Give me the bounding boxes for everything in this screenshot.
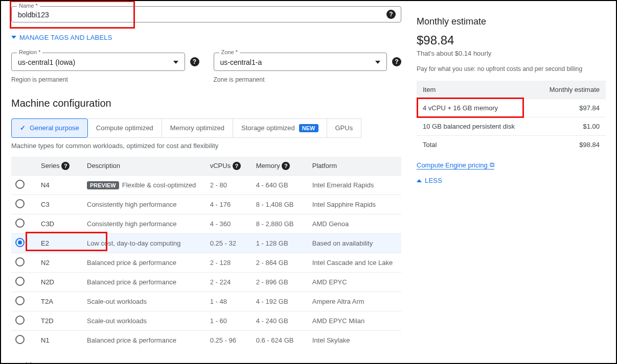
help-icon[interactable]: ? bbox=[233, 162, 241, 170]
region-helper: Region is permanent bbox=[11, 76, 199, 83]
series-desc: Balanced price & performance bbox=[83, 253, 206, 272]
col-description: Description bbox=[83, 157, 206, 176]
series-vcpus: 1 - 60 bbox=[206, 311, 252, 330]
series-memory: 4 - 640 GB bbox=[252, 175, 308, 195]
cost-price: $97.84 bbox=[535, 99, 606, 117]
series-memory: 8 - 2,880 GB bbox=[252, 214, 308, 233]
series-platform: Intel Cascade and Ice Lake bbox=[308, 253, 401, 272]
series-name: T2D bbox=[37, 311, 83, 330]
radio-n2[interactable] bbox=[15, 257, 25, 266]
series-desc: Consistently high performance bbox=[83, 195, 206, 214]
series-vcpus: 4 - 176 bbox=[206, 195, 252, 214]
caret-down-icon bbox=[173, 61, 178, 64]
pricing-link[interactable]: Compute Engine pricing ⧉ bbox=[417, 161, 494, 169]
series-vcpus: 4 - 360 bbox=[206, 214, 252, 233]
series-platform: Intel Emerald Rapids bbox=[308, 175, 401, 195]
cost-table: Item Monthly estimate 4 vCPU + 16 GB mem… bbox=[417, 81, 606, 154]
name-field-container: Name * ? bbox=[11, 6, 401, 22]
series-name: N2 bbox=[37, 253, 83, 272]
series-platform: AMD EPYC bbox=[308, 272, 401, 292]
col-memory: Memory bbox=[256, 162, 280, 169]
tab-label: General purpose bbox=[30, 124, 79, 132]
series-vcpus: 2 - 224 bbox=[206, 272, 252, 292]
region-select[interactable]: Region * us-central1 (Iowa) bbox=[11, 53, 185, 71]
radio-c3d[interactable] bbox=[15, 219, 25, 228]
series-vcpus: 1 - 48 bbox=[206, 292, 252, 311]
series-platform: Intel Skylake bbox=[308, 330, 401, 350]
less-toggle[interactable]: LESS bbox=[417, 177, 442, 184]
radio-n4[interactable] bbox=[15, 180, 25, 189]
manage-tags-toggle[interactable]: MANAGE TAGS AND LABELS bbox=[11, 34, 112, 41]
zone-select[interactable]: Zone * us-central1-a bbox=[214, 53, 387, 71]
radio-t2d[interactable] bbox=[15, 316, 25, 325]
cost-item: 4 vCPU + 16 GB memory bbox=[417, 99, 535, 117]
series-desc: Scale-out workloads bbox=[83, 292, 206, 311]
cost-item: 10 GB balanced persistent disk bbox=[417, 117, 535, 136]
check-icon: ✓ bbox=[20, 124, 26, 132]
name-input[interactable] bbox=[18, 11, 395, 19]
help-icon[interactable]: ? bbox=[386, 10, 396, 19]
tab-memory-optimized[interactable]: Memory optimized bbox=[162, 118, 233, 138]
estimate-subtitle: That's about $0.14 hourly bbox=[417, 50, 606, 57]
series-vcpus: 0.25 - 96 bbox=[206, 330, 252, 350]
machine-family-tabs: ✓ General purpose Compute optimized Memo… bbox=[11, 118, 401, 138]
series-platform: Ampere Altra Arm bbox=[308, 292, 401, 311]
series-platform: AMD Genoa bbox=[308, 214, 401, 233]
series-name: N2D bbox=[37, 272, 83, 292]
series-name: C3 bbox=[37, 195, 83, 214]
radio-e2[interactable] bbox=[15, 238, 25, 247]
tab-description: Machine types for common workloads, opti… bbox=[11, 142, 401, 150]
series-row-t2a[interactable]: T2AScale-out workloads1 - 484 - 192 GBAm… bbox=[11, 292, 401, 311]
series-desc: Balanced price & performance bbox=[83, 330, 206, 350]
region-label: Region * bbox=[17, 49, 42, 55]
zone-helper: Zone is permanent bbox=[214, 76, 402, 83]
chevron-down-icon bbox=[11, 36, 16, 39]
series-vcpus: 2 - 128 bbox=[206, 253, 252, 272]
series-row-n4[interactable]: N4PREVIEWFlexible & cost-optimized2 - 80… bbox=[11, 175, 401, 195]
tab-gpus[interactable]: GPUs bbox=[327, 118, 362, 138]
series-desc: Scale-out workloads bbox=[83, 311, 206, 330]
help-icon[interactable]: ? bbox=[282, 162, 290, 170]
tab-compute-optimized[interactable]: Compute optimized bbox=[88, 118, 162, 138]
series-row-c3d[interactable]: C3DConsistently high performance4 - 3608… bbox=[11, 214, 401, 233]
help-icon[interactable]: ? bbox=[61, 162, 70, 170]
radio-t2a[interactable] bbox=[15, 296, 25, 305]
series-row-c3[interactable]: C3Consistently high performance4 - 1768 … bbox=[11, 195, 401, 214]
cost-item: Total bbox=[417, 136, 535, 154]
series-row-n1[interactable]: N1Balanced price & performance0.25 - 960… bbox=[11, 330, 401, 350]
external-link-icon: ⧉ bbox=[490, 161, 494, 169]
series-row-n2d[interactable]: N2DBalanced price & performance2 - 2242 … bbox=[11, 272, 401, 292]
caret-down-icon bbox=[375, 61, 380, 64]
radio-n2d[interactable] bbox=[15, 277, 25, 286]
tab-label: Compute optimized bbox=[96, 124, 153, 132]
chevron-up-icon bbox=[417, 179, 422, 182]
zone-value: us-central1-a bbox=[220, 58, 262, 66]
radio-n1[interactable] bbox=[15, 335, 25, 344]
col-item: Item bbox=[417, 81, 535, 99]
series-memory: 4 - 240 GB bbox=[252, 311, 308, 330]
tab-label: GPUs bbox=[335, 124, 353, 132]
tab-storage-optimized[interactable]: Storage optimized NEW bbox=[233, 118, 327, 138]
series-row-t2d[interactable]: T2DScale-out workloads1 - 604 - 240 GBAM… bbox=[11, 311, 401, 330]
series-row-n2[interactable]: N2Balanced price & performance2 - 1282 -… bbox=[11, 253, 401, 272]
help-icon[interactable]: ? bbox=[392, 57, 401, 66]
help-icon[interactable]: ? bbox=[190, 57, 199, 66]
col-estimate: Monthly estimate bbox=[535, 81, 606, 99]
series-vcpus: 2 - 80 bbox=[206, 175, 252, 195]
series-table: Series ? Description vCPUs ? Memory ? Pl… bbox=[11, 157, 401, 350]
tab-label: Memory optimized bbox=[170, 124, 224, 132]
radio-c3[interactable] bbox=[15, 199, 25, 208]
series-platform: Intel Sapphire Rapids bbox=[308, 195, 401, 214]
series-row-e2[interactable]: E2Low cost, day-to-day computing0.25 - 3… bbox=[11, 233, 401, 253]
machine-type-heading: Machine type bbox=[11, 361, 401, 365]
region-value: us-central1 (Iowa) bbox=[18, 58, 75, 66]
tab-general-purpose[interactable]: ✓ General purpose bbox=[11, 118, 88, 138]
name-label: Name * bbox=[17, 3, 40, 9]
series-vcpus: 0.25 - 32 bbox=[206, 233, 252, 253]
estimate-price: $98.84 bbox=[417, 33, 606, 47]
series-name: E2 bbox=[37, 233, 83, 253]
series-memory: 0.6 - 624 GB bbox=[252, 330, 308, 350]
series-name: N4 bbox=[37, 175, 83, 195]
estimate-title: Monthly estimate bbox=[417, 16, 606, 27]
cost-row: Total$98.84 bbox=[417, 136, 606, 154]
